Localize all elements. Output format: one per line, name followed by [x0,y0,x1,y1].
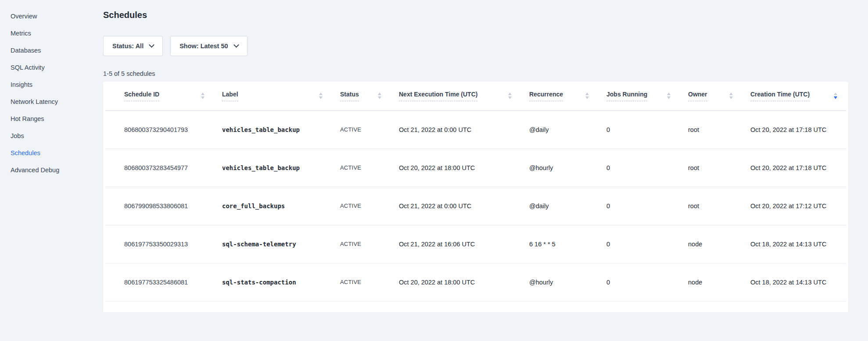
jobs-running-cell: 0 [598,110,679,149]
table-row: 806800373290401793 vehicles_table_backup… [105,110,846,149]
creation-time-cell: Oct 20, 2022 at 17:18 UTC [742,110,846,149]
show-filter-label: Show: Latest 50 [179,43,228,50]
app-layout: Overview Metrics Databases SQL Activity … [0,0,868,341]
sidebar-item-sql-activity[interactable]: SQL Activity [0,64,103,71]
sort-arrows-icon[interactable] [201,92,204,99]
schedule-id-cell: 806800373283454977 [105,149,213,187]
sidebar-item-network-latency[interactable]: Network Latency [0,98,103,106]
owner-cell: root [679,110,742,149]
sort-arrows-icon[interactable] [729,92,733,99]
sort-arrows-icon[interactable] [508,92,512,99]
schedules-table-card: Schedule ID Label Status Next Execu [103,82,848,312]
sort-arrows-icon[interactable] [585,92,589,99]
creation-time-cell: Oct 18, 2022 at 14:13 UTC [742,263,846,301]
creation-time-cell: Oct 20, 2022 at 17:12 UTC [742,187,846,225]
sidebar-item-schedules[interactable]: Schedules [0,149,103,157]
sort-arrows-icon[interactable] [667,92,671,99]
status-cell: ACTIVE [331,263,390,301]
schedule-id-cell: 806197753325486081 [105,263,213,301]
chevron-down-icon [233,42,239,48]
sort-arrows-icon[interactable] [378,92,381,99]
next-execution-cell: Oct 20, 2022 at 18:00 UTC [390,149,520,187]
main-content: Schedules Status: All Show: Latest 50 1-… [103,0,868,341]
column-header-next-execution-time[interactable]: Next Execution Time (UTC) [390,82,520,110]
owner-cell: root [679,149,742,187]
jobs-running-cell: 0 [598,187,679,225]
jobs-running-cell: 0 [598,263,679,301]
column-header-recurrence[interactable]: Recurrence [520,82,598,110]
jobs-running-cell: 0 [598,149,679,187]
schedule-id-cell: 806197753350029313 [105,225,213,263]
status-filter-dropdown[interactable]: Status: All [103,36,163,56]
column-header-jobs-running[interactable]: Jobs Running [598,82,679,110]
recurrence-cell: 6 16 * * 5 [520,225,598,263]
sidebar-item-advanced-debug[interactable]: Advanced Debug [0,166,103,174]
column-header-label[interactable]: Label [213,82,331,110]
next-execution-cell: Oct 21, 2022 at 0:00 UTC [390,110,520,149]
column-header-status[interactable]: Status [331,82,390,110]
column-header-schedule-id[interactable]: Schedule ID [105,82,213,110]
status-filter-label: Status: All [112,43,143,50]
page-title: Schedules [103,9,848,21]
sidebar: Overview Metrics Databases SQL Activity … [0,0,103,341]
recurrence-cell: @daily [520,110,598,149]
table-row: 806799098533806081 core_full_backups ACT… [105,187,846,225]
next-execution-cell: Oct 20, 2022 at 18:00 UTC [390,263,520,301]
schedule-label-cell: vehicles_table_backup [213,149,331,187]
owner-cell: node [679,263,742,301]
schedule-label-cell: core_full_backups [213,187,331,225]
sort-arrows-icon[interactable] [834,92,837,99]
schedules-table: Schedule ID Label Status Next Execu [105,82,846,302]
status-cell: ACTIVE [331,187,390,225]
column-header-creation-time[interactable]: Creation Time (UTC) [742,82,846,110]
owner-cell: node [679,225,742,263]
recurrence-cell: @hourly [520,149,598,187]
recurrence-cell: @hourly [520,263,598,301]
show-filter-dropdown[interactable]: Show: Latest 50 [170,36,247,56]
sidebar-item-jobs[interactable]: Jobs [0,132,103,140]
column-header-owner[interactable]: Owner [679,82,742,110]
schedule-id-cell: 806800373290401793 [105,110,213,149]
chevron-down-icon [149,42,154,48]
sidebar-item-overview[interactable]: Overview [0,12,103,20]
sidebar-item-hot-ranges[interactable]: Hot Ranges [0,115,103,123]
sidebar-item-insights[interactable]: Insights [0,81,103,89]
creation-time-cell: Oct 20, 2022 at 17:18 UTC [742,149,846,187]
table-row: 806197753350029313 sql-schema-telemetry … [105,225,846,263]
status-cell: ACTIVE [331,225,390,263]
jobs-running-cell: 0 [598,225,679,263]
recurrence-cell: @daily [520,187,598,225]
schedule-id-cell: 806799098533806081 [105,187,213,225]
table-header-row: Schedule ID Label Status Next Execu [105,82,846,110]
status-cell: ACTIVE [331,110,390,149]
sort-arrows-icon[interactable] [319,92,323,99]
table-row: 806800373283454977 vehicles_table_backup… [105,149,846,187]
sidebar-item-metrics[interactable]: Metrics [0,29,103,37]
creation-time-cell: Oct 18, 2022 at 14:13 UTC [742,225,846,263]
next-execution-cell: Oct 21, 2022 at 16:06 UTC [390,225,520,263]
owner-cell: root [679,187,742,225]
schedule-label-cell: sql-stats-compaction [213,263,331,301]
table-row: 806197753325486081 sql-stats-compaction … [105,263,846,301]
schedule-label-cell: vehicles_table_backup [213,110,331,149]
results-summary: 1-5 of 5 schedules [103,70,848,77]
next-execution-cell: Oct 21, 2022 at 0:00 UTC [390,187,520,225]
sidebar-item-databases[interactable]: Databases [0,46,103,54]
status-cell: ACTIVE [331,149,390,187]
filter-bar: Status: All Show: Latest 50 [103,36,848,56]
schedule-label-cell: sql-schema-telemetry [213,225,331,263]
